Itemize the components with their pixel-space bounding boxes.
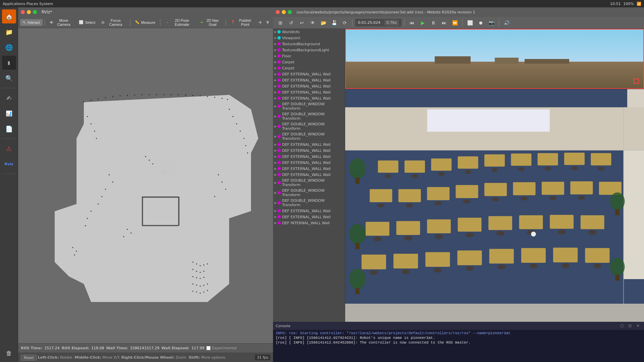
console-expand-btn[interactable]: ⬡	[619, 322, 625, 329]
chart-sidebar-icon[interactable]: 📊	[2, 106, 16, 120]
trash-sidebar-icon[interactable]: 🗑	[2, 346, 16, 360]
tree-item[interactable]: ▶DEF DOUBLE_WINDOW Transform	[273, 178, 345, 188]
tree-item[interactable]: ▶TexturedBackgroundLight	[273, 47, 345, 53]
terminal-sidebar-icon[interactable]: ▮	[2, 56, 16, 70]
open-btn[interactable]: 📂	[319, 18, 328, 27]
svg-rect-176	[356, 243, 360, 249]
experimental-checkbox[interactable]	[206, 346, 211, 350]
svg-point-172	[610, 258, 625, 276]
tree-item[interactable]: ▶Carpet	[273, 59, 345, 65]
svg-point-87	[127, 229, 128, 230]
tree-item[interactable]: ▶Viewpoint	[273, 35, 345, 41]
browser-sidebar-icon[interactable]: 🌐	[2, 40, 16, 54]
tree-item[interactable]: ▶DEF DOUBLE_WINDOW Transform	[273, 121, 345, 131]
tree-item[interactable]: ▶DEF EXTERNAL_WALL Wall	[273, 71, 345, 77]
pose-estimate-btn[interactable]: → 2D Pose Estimate	[162, 17, 197, 27]
tree-item[interactable]: ▶DEF EXTERNAL_WALL Wall	[273, 208, 345, 214]
tree-item[interactable]: ▶DEF EXTERNAL_WALL Wall	[273, 154, 345, 160]
svg-rect-106	[484, 154, 505, 167]
webots-speed[interactable]: 0.76x	[384, 20, 399, 25]
tree-item[interactable]: ▶DEF DOUBLE_WINDOW Transform	[273, 188, 345, 198]
add-tool-btn[interactable]: +	[257, 18, 264, 26]
tree-item[interactable]: ▶DEF DOUBLE_WINDOW Transform	[273, 111, 345, 121]
home-sidebar-icon[interactable]: 🏠	[2, 9, 16, 23]
viewport-btn[interactable]: ⬜	[465, 18, 475, 27]
eye-btn[interactable]: 👁	[308, 18, 317, 27]
svg-rect-174	[356, 178, 360, 184]
play-btn[interactable]: ▶	[418, 18, 427, 27]
tree-item[interactable]: ▶DEF EXTERNAL_WALL Wall	[273, 83, 345, 89]
select-icon: ⬜	[79, 20, 84, 24]
main-3d-scene[interactable]	[345, 89, 644, 322]
refresh-btn[interactable]: ↺	[286, 18, 296, 27]
svg-point-140	[491, 168, 498, 172]
svg-rect-107	[511, 154, 531, 166]
tree-item[interactable]: ▶DEF EXTERNAL_WALL Wall	[273, 214, 345, 220]
select-btn[interactable]: ⬜ Select	[76, 19, 98, 25]
screenshot-btn[interactable]: 📷	[487, 18, 496, 27]
tree-item[interactable]: ▶WorldInfo	[273, 29, 345, 35]
libreoffice-sidebar-icon[interactable]: ✍	[2, 91, 16, 105]
step-forward-btn[interactable]: ⏭	[439, 18, 449, 27]
tree-item[interactable]: ▶Floor	[273, 53, 345, 59]
svg-point-155	[435, 234, 443, 239]
focus-camera-btn[interactable]: ◎ Focus Camera	[99, 17, 128, 27]
tree-item[interactable]: ▶DEF EXTERNAL_WALL Wall	[273, 89, 345, 95]
toolbar-sep-3	[160, 19, 160, 26]
tree-item[interactable]: ▶DEF EXTERNAL_WALL Wall	[273, 95, 345, 101]
webots-3d-area	[345, 29, 644, 322]
tree-item[interactable]: ▶DEF INTERNAL_WALL Wall	[273, 220, 345, 226]
pose-icon: →	[165, 20, 169, 24]
webots-max-btn[interactable]	[288, 10, 292, 14]
document-sidebar-icon[interactable]: 📄	[2, 122, 16, 136]
system-menu[interactable]: Applications Places System	[3, 2, 53, 6]
rviz-viewport[interactable]	[18, 28, 273, 343]
warning-sidebar-icon[interactable]: ⚠	[2, 141, 16, 156]
svg-point-22	[119, 95, 120, 96]
publish-point-btn[interactable]: 📍 Publish Point	[228, 17, 256, 27]
tree-item[interactable]: ▶DEF EXTERNAL_WALL Wall	[273, 77, 345, 83]
reset-button[interactable]: Reset	[21, 355, 37, 361]
svg-point-64	[200, 286, 201, 287]
tree-item[interactable]: ▶DEF EXTERNAL_WALL Wall	[273, 172, 345, 178]
toolbar-menu-btn[interactable]: ▼	[264, 18, 271, 26]
console-close-btn[interactable]: ✕	[635, 322, 641, 329]
rviz-close-btn[interactable]	[21, 10, 25, 14]
files-sidebar-icon[interactable]: 📁	[2, 25, 16, 39]
search-sidebar-icon[interactable]: 🔍	[2, 71, 16, 85]
revert-btn[interactable]: ↩	[297, 18, 307, 27]
tree-item[interactable]: ▶TexturedBackground	[273, 41, 345, 47]
tree-item[interactable]: ▶DEF EXTERNAL_WALL Wall	[273, 147, 345, 154]
pause-btn[interactable]: ⏸	[429, 18, 438, 27]
rviz-max-btn[interactable]	[33, 10, 37, 14]
scene-tree[interactable]: ▶WorldInfo▶Viewpoint▶TexturedBackground▶…	[273, 29, 345, 322]
step-back-btn[interactable]: ⏮	[407, 18, 417, 27]
webots-close-btn[interactable]	[276, 10, 280, 14]
save-btn[interactable]: 💾	[329, 18, 339, 27]
rviz-sidebar-icon[interactable]: Rviz	[2, 157, 16, 171]
record-video-btn[interactable]: ⏺	[476, 18, 485, 27]
nav-goal-btn[interactable]: ⇒ 2D Nav Goal	[197, 17, 224, 27]
tree-item[interactable]: ▶DEF DOUBLE_WINDOW Transform	[273, 101, 345, 111]
tree-item[interactable]: ▶DEF EXTERNAL_WALL Wall	[273, 160, 345, 166]
tree-item[interactable]: ▶DEF DOUBLE_WINDOW Transform	[273, 131, 345, 141]
move-camera-btn[interactable]: 👁 Move Camera	[47, 17, 76, 27]
measure-btn[interactable]: 📏 Measure	[132, 19, 158, 25]
svg-rect-113	[427, 187, 449, 200]
record-btn[interactable]: ⟳	[340, 18, 350, 27]
console-detach-btn[interactable]: ⊡	[627, 322, 633, 329]
svg-point-144	[598, 167, 604, 171]
svg-rect-94	[178, 197, 179, 226]
tree-item[interactable]: ▶DEF DOUBLE_WINDOW Transform	[273, 198, 345, 208]
tree-item[interactable]: ▶DEF EXTERNAL_WALL Wall	[273, 141, 345, 147]
tree-item[interactable]: ▶Carpet	[273, 65, 345, 71]
interact-btn[interactable]: ↖ Interact	[20, 19, 43, 26]
webots-min-btn[interactable]	[282, 10, 286, 14]
fast-forward-btn[interactable]: ⏩	[450, 18, 460, 27]
volume-btn[interactable]: 🔊	[502, 18, 511, 27]
svg-point-42	[229, 109, 230, 110]
rviz-min-btn[interactable]	[27, 10, 31, 14]
svg-rect-180	[428, 110, 549, 131]
scene-tree-toggle-btn[interactable]: ⊞	[276, 18, 285, 27]
tree-item[interactable]: ▶DEF EXTERNAL_WALL Wall	[273, 166, 345, 172]
